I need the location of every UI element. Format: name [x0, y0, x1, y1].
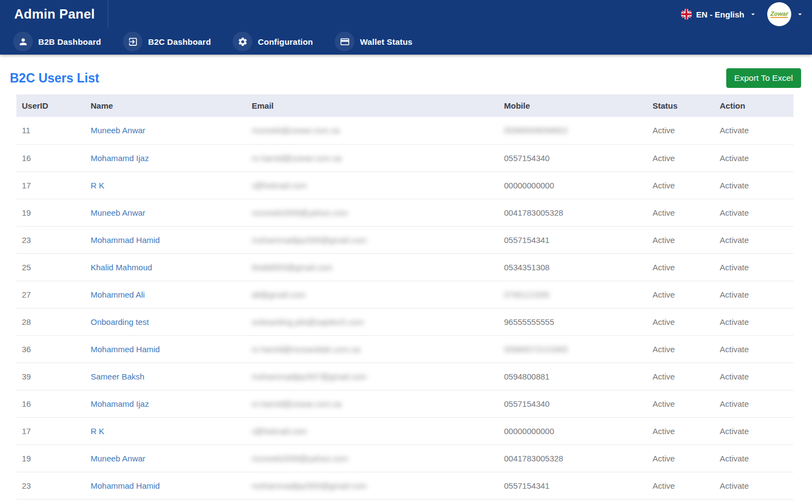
b2c-users-table: UserID Name Email Mobile Status Action 1…: [16, 94, 793, 500]
mobile-cell: 0534351308: [504, 263, 549, 272]
mobile-cell: 0594800881: [504, 372, 549, 381]
users-table-body: 11 Muneeb Anwar muneeb@zowar.com.sa 0096…: [16, 117, 793, 499]
activate-action-link[interactable]: Activate: [720, 235, 749, 245]
nav-label: Wallet Status: [360, 37, 412, 46]
status-cell: Active: [647, 144, 714, 171]
status-cell: Active: [647, 444, 714, 472]
user-name-link[interactable]: Sameer Baksh: [91, 372, 144, 381]
app-title: Admin Panel: [0, 7, 95, 22]
activate-action-link[interactable]: Activate: [720, 208, 749, 217]
activate-action-link[interactable]: Activate: [720, 399, 749, 408]
nav-item-configuration[interactable]: Configuration: [233, 32, 313, 51]
table-row: 36 Mohammed Hamid m.hamid@musanidah.com.…: [16, 335, 793, 363]
userid-cell: 17: [16, 171, 85, 199]
activate-action-link[interactable]: Activate: [720, 481, 749, 490]
header-right: EN - English Zowar: [681, 2, 812, 26]
email-cell: m.hamid@musanidah.com.sa: [252, 345, 360, 354]
avatar: Zowar: [767, 2, 791, 26]
nav-label: B2B Dashboard: [38, 37, 101, 46]
mobile-cell: 0041783005328: [504, 454, 563, 463]
user-name-link[interactable]: R K: [91, 426, 104, 436]
wallet-icon: [335, 32, 354, 51]
mobile-cell: 00000000000: [504, 181, 554, 190]
column-header-action: Action: [714, 94, 793, 117]
activate-action-link[interactable]: Activate: [720, 454, 749, 463]
mobile-cell: 0557154341: [504, 235, 549, 245]
language-selector[interactable]: EN - English: [681, 9, 757, 20]
activate-action-link[interactable]: Activate: [720, 126, 749, 135]
person-icon: [13, 32, 33, 51]
mobile-cell: 0557154341: [504, 481, 549, 490]
status-cell: Active: [647, 226, 714, 253]
email-cell: muneeb2009@yahoo.com: [252, 454, 348, 463]
column-header-mobile: Mobile: [499, 94, 647, 117]
mobile-cell: 00966572215365: [504, 345, 568, 354]
table-row: 17 R K r@hotmail.com 00000000000 Active …: [16, 171, 793, 199]
chevron-down-icon: [796, 10, 804, 19]
avatar-logo: Zowar: [770, 10, 788, 18]
email-cell: ali@gmail.com: [252, 290, 306, 299]
uk-flag-icon: [681, 9, 692, 20]
user-name-link[interactable]: Muneeb Anwar: [91, 126, 145, 135]
status-cell: Active: [647, 308, 714, 335]
status-cell: Active: [647, 281, 714, 308]
user-name-link[interactable]: Onboarding test: [91, 317, 149, 327]
activate-action-link[interactable]: Activate: [720, 153, 749, 163]
main-content: B2C Users List Export To Excel UserID Na…: [0, 55, 812, 500]
activate-action-link[interactable]: Activate: [720, 345, 749, 354]
userid-cell: 17: [16, 417, 85, 444]
nav-label: B2C Dashboard: [148, 37, 211, 46]
activate-action-link[interactable]: Activate: [720, 290, 749, 299]
user-name-link[interactable]: Khalid Mahmoud: [91, 263, 152, 272]
email-cell: mohammadijaz555@gmail.com: [252, 481, 366, 490]
email-cell: mohammadijaz557@gmail.com: [252, 372, 366, 381]
email-cell: r@hotmail.com: [252, 426, 307, 436]
nav-item-b2b-dashboard[interactable]: B2B Dashboard: [13, 32, 101, 51]
status-cell: Active: [647, 199, 714, 226]
export-to-excel-button[interactable]: Export To Excel: [726, 68, 801, 88]
table-row: 16 Mohamamd Ijaz m.hamid@zowar.com.sa 05…: [16, 144, 793, 171]
nav-item-b2c-dashboard[interactable]: B2C Dashboard: [123, 32, 211, 51]
email-cell: muneeb2009@yahoo.com: [252, 208, 348, 217]
email-cell: khalid555@gmail.com: [252, 263, 333, 272]
activate-action-link[interactable]: Activate: [720, 181, 749, 190]
user-name-link[interactable]: Mohammed Hamid: [91, 345, 160, 354]
userid-cell: 23: [16, 226, 85, 253]
gear-icon: [233, 32, 252, 51]
mobile-cell: 00966508058602: [504, 126, 568, 135]
user-name-link[interactable]: Mohammed Ali: [91, 290, 145, 299]
table-row: 27 Mohammed Ali ali@gmail.com 0795121935…: [16, 281, 793, 308]
table-header: UserID Name Email Mobile Status Action: [16, 94, 793, 117]
user-name-link[interactable]: Mohammad Hamid: [91, 481, 160, 490]
activate-action-link[interactable]: Activate: [720, 372, 749, 381]
mobile-cell: 0795121935: [504, 290, 549, 299]
table-row: 16 Mohamamd Ijaz m.hamid@zowar.com.sa 05…: [16, 390, 793, 417]
nav-item-wallet-status[interactable]: Wallet Status: [335, 32, 412, 51]
table-row: 19 Muneeb Anwar muneeb2009@yahoo.com 004…: [16, 444, 793, 472]
activate-action-link[interactable]: Activate: [720, 317, 749, 327]
user-name-link[interactable]: Muneeb Anwar: [91, 454, 145, 463]
userid-cell: 39: [16, 363, 85, 390]
userid-cell: 25: [16, 253, 85, 281]
user-name-link[interactable]: R K: [91, 181, 104, 190]
column-header-userid: UserID: [16, 94, 85, 117]
page-title: B2C Users List: [10, 71, 99, 86]
column-header-email: Email: [246, 94, 499, 117]
activate-action-link[interactable]: Activate: [720, 263, 749, 272]
table-row: 25 Khalid Mahmoud khalid555@gmail.com 05…: [16, 253, 793, 281]
user-name-link[interactable]: Mohamamd Ijaz: [91, 399, 149, 408]
status-cell: Active: [647, 171, 714, 199]
user-name-link[interactable]: Muneeb Anwar: [91, 208, 145, 217]
user-name-link[interactable]: Mohammad Hamid: [91, 235, 160, 245]
user-name-link[interactable]: Mohamamd Ijaz: [91, 153, 149, 163]
status-cell: Active: [647, 335, 714, 363]
activate-action-link[interactable]: Activate: [720, 426, 749, 436]
table-row: 23 Mohammad Hamid mohammadijaz555@gmail.…: [16, 226, 793, 253]
status-cell: Active: [647, 472, 714, 499]
email-cell: r@hotmail.com: [252, 181, 307, 190]
email-cell: mohammadijaz555@gmail.com: [252, 235, 366, 245]
userid-cell: 27: [16, 281, 85, 308]
userid-cell: 16: [16, 390, 85, 417]
chevron-down-icon: [749, 10, 757, 19]
user-menu[interactable]: Zowar: [767, 2, 804, 26]
